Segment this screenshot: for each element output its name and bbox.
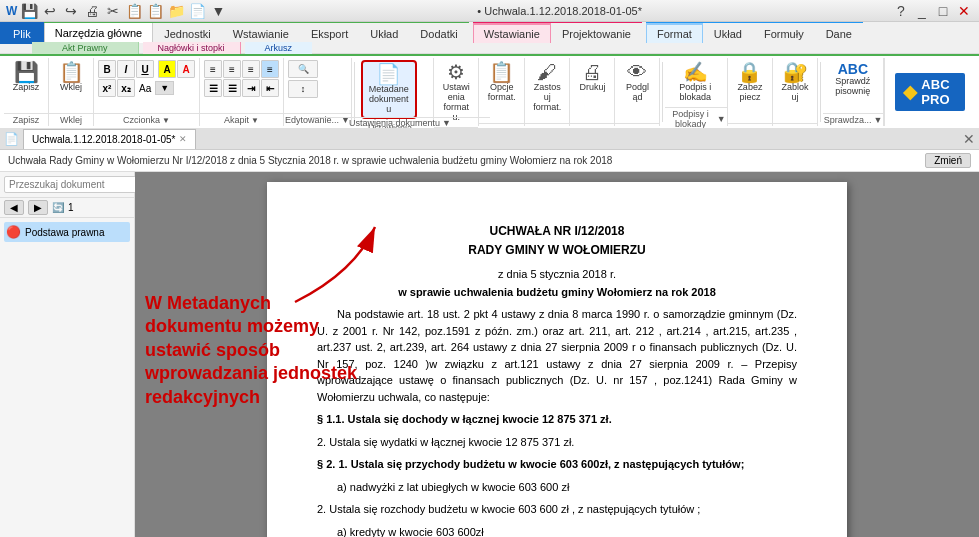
tab-wstawianie[interactable]: Wstawianie [222,23,300,43]
logo-area: ◆ ABC PRO [884,58,975,126]
app-icon: W [6,4,17,18]
font-name-button[interactable]: ▼ [155,81,174,95]
zapisz-button[interactable]: 💾 Zapisz [8,60,44,95]
doc-para2: § 1.1. Ustala się dochody w łącznej kwoc… [317,411,797,428]
underline-button[interactable]: U [136,60,154,78]
ribbon-group-zastosuj-format: 🖌 Zastosuj format. [525,58,570,126]
redo-qat-button[interactable]: ↪ [62,2,80,20]
align-justify-button[interactable]: ≡ [261,60,279,78]
doc-tab-close[interactable]: ✕ [179,134,187,144]
outdent-button[interactable]: ⇤ [261,79,279,97]
ribbon-group-akapit: ≡ ≡ ≡ ≡ ☰ ☰ ⇥ ⇤ Akapit ▼ [200,58,284,126]
replace-button[interactable]: ↕ [288,80,318,98]
subscript-button[interactable]: x₂ [117,79,135,97]
print-icon: 🖨 [582,62,602,82]
open-qat-button[interactable]: 📁 [167,2,185,20]
color-button[interactable]: A [177,60,195,78]
wklej-button[interactable]: 📋 Wklej [53,60,89,95]
close-btn[interactable]: ✕ [955,2,973,20]
czcionka-group-label: Czcionka ▼ [94,113,199,126]
document-tab[interactable]: Uchwala.1.12.2018.2018-01-05* ✕ [23,129,196,149]
sidebar-navigation: ◀ ▶ 🔄 1 [0,198,134,218]
highlight-button[interactable]: A [158,60,176,78]
tab-projektowanie[interactable]: Projektowanie [551,23,642,43]
tab-uklad[interactable]: Układ [359,23,409,43]
tree-item-podstawa-prawna[interactable]: 🔴 Podstawa prawna [4,222,130,242]
tab-format[interactable]: Format [646,23,703,43]
logo: ◆ ABC PRO [895,73,965,111]
ribbon-group-podglad: 👁 Podgląd [615,58,660,126]
metadane-dokumentu-button[interactable]: 📄 Metadane dokumentu [361,60,417,119]
tree-item-icon: 🔴 [6,225,21,239]
search-input[interactable] [4,176,141,193]
help-btn[interactable]: ? [892,2,910,20]
superscript-button[interactable]: x² [98,79,116,97]
tab-dodatki[interactable]: Dodatki [409,23,468,43]
align-right-button[interactable]: ≡ [242,60,260,78]
tab-dane[interactable]: Dane [815,23,863,43]
nav-count: 1 [68,202,74,213]
annotation-arrow [275,212,395,312]
ribbon-group-metadane: 📄 Metadane dokumentu Ustawienia dokument… [357,58,434,126]
tab-jednostki[interactable]: Jednostki [153,23,221,43]
options-icon: 📋 [489,62,514,82]
minimize-btn[interactable]: _ [913,2,931,20]
italic-button[interactable]: I [117,60,135,78]
lock-icon: 🔒 [737,62,762,82]
bold-button[interactable]: B [98,60,116,78]
block-icon: 🔐 [783,62,808,82]
tab-formuly[interactable]: Formuły [753,23,815,43]
indent-button[interactable]: ⇥ [242,79,260,97]
ustawienia-dokumentu-footer: Ustawienia dokumentu▼ [310,117,490,128]
list-bullet-button[interactable]: ☰ [204,79,222,97]
nav-back-button[interactable]: ◀ [4,200,24,215]
tab-narzedzia-glowne[interactable]: Narzędzia główne [44,23,153,43]
zablokuj-button[interactable]: 🔐 Zablokuj [777,60,813,105]
align-center-button[interactable]: ≡ [223,60,241,78]
opcje-formatu-button[interactable]: 📋 Opcje format. [483,60,519,105]
print-qat-button[interactable]: 🖨 [83,2,101,20]
drukuj-button[interactable]: 🖨 Drukuj [574,60,610,95]
quick-access-toolbar: W 💾 ↩ ↪ 🖨 ✂ 📋 📋 📁 📄 ▼ • Uchwala.1.12.201… [0,0,979,22]
annotation-overlay: W Metadanych dokumentu możemy ustawić sp… [145,292,365,409]
ustawienia-formatu-button[interactable]: ⚙ Ustawienia formatu. [438,60,474,125]
sprawdz-button[interactable]: ABC Sprawdź pisownię [827,60,879,99]
save-qat-button[interactable]: 💾 [20,2,38,20]
maximize-btn[interactable]: □ [934,2,952,20]
ribbon-group-podpis: ✍ Podpis i blokada Podpisy i blokady ▼ [665,58,728,126]
cut-qat-button[interactable]: ✂ [104,2,122,20]
copy-qat-button[interactable]: 📋 [125,2,143,20]
sprawdz-footer: Sprawdza... ▼ [823,113,883,126]
extra-qat-button[interactable]: ▼ [209,2,227,20]
tab-uklad2[interactable]: Układ [703,23,753,43]
zastosuj-formatu-button[interactable]: 🖌 Zastosuj format. [529,60,565,115]
nav-counter: 🔄 [52,202,64,213]
wklej-group-label: Wklej [49,113,93,126]
new-qat-button[interactable]: 📄 [188,2,206,20]
align-left-button[interactable]: ≡ [204,60,222,78]
find-button[interactable]: 🔍 [288,60,318,78]
undo-qat-button[interactable]: ↩ [41,2,59,20]
apply-icon: 🖌 [537,62,557,82]
zabezpiecz-button[interactable]: 🔒 Zabezpiecz [732,60,768,105]
tab-eksport[interactable]: Eksport [300,23,359,43]
close-all-btn[interactable]: ✕ [963,131,975,147]
podpis-button[interactable]: ✍ Podpis i blokada [669,60,721,105]
ribbon-group-zabezpiecz: 🔒 Zabezpiecz [728,58,773,126]
nav-forward-button[interactable]: ▶ [28,200,48,215]
word-icon: 📄 [4,132,19,146]
paste-qat-button[interactable]: 📋 [146,2,164,20]
zapisz-group-label: Zapisz [4,113,48,126]
doc-para4: § 2. 1. Ustala się przychody budżetu w k… [317,456,797,473]
ribbon-group-opcje-format: 📋 Opcje format. [479,58,524,126]
ribbon-group-czcionka: B I U A A x² x₂ Aa ▼ Czcionka ▼ [94,58,200,126]
window-title: • Uchwala.1.12.2018.2018-01-05* [230,5,889,17]
section-label-naglowki: Nagłówki i stopki [143,42,241,54]
font-size-button[interactable]: Aa [136,82,154,95]
change-button[interactable]: Zmień [925,153,971,168]
separator-1 [354,62,355,122]
podglad-button[interactable]: 👁 Podgląd [619,60,655,105]
ribbon-group-drukuj: 🖨 Drukuj [570,58,615,126]
tab-wstawianie2[interactable]: Wstawianie [473,23,551,43]
list-number-button[interactable]: ☰ [223,79,241,97]
